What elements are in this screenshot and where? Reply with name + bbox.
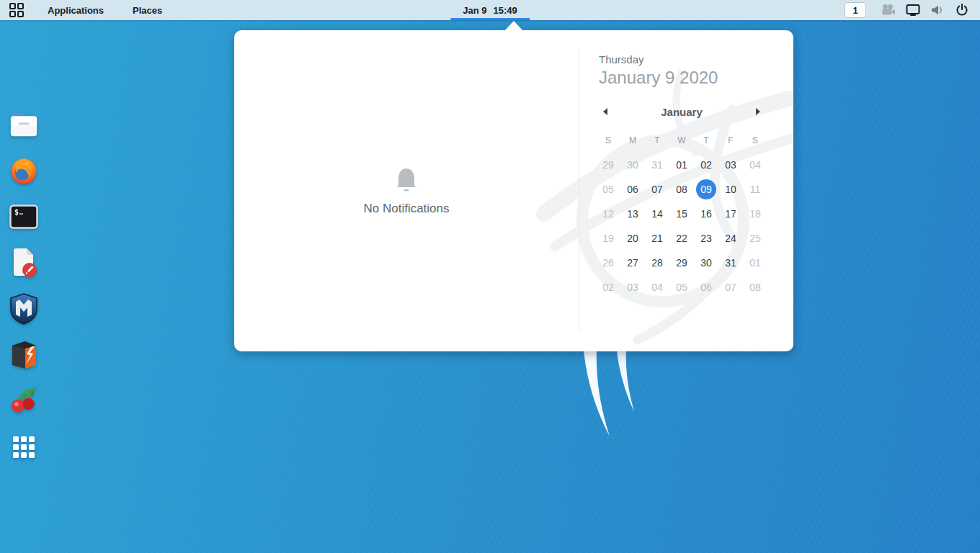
kali-dragon-watermark <box>553 350 676 451</box>
calendar-day[interactable]: 31 <box>645 153 669 177</box>
calendar-dow-header: S <box>596 128 620 153</box>
text-editor-icon <box>9 248 38 278</box>
calendar-day[interactable]: 04 <box>743 153 767 177</box>
calendar-day[interactable]: 13 <box>620 202 645 226</box>
camera-icon[interactable] <box>879 1 898 19</box>
calendar-notifications-popup: No Notifications Thursday January 9 2020… <box>234 30 793 351</box>
svg-text:$: $ <box>14 208 19 216</box>
calendar-month-label: January <box>661 106 703 118</box>
dock-item-metasploit[interactable] <box>9 295 38 323</box>
dock-item-terminal[interactable]: $ <box>9 202 38 231</box>
clock-active-underline <box>450 18 530 20</box>
dock-item-firefox[interactable] <box>9 156 38 185</box>
calendar-grid: SMTWTFS293031010203040506070809101112131… <box>596 128 767 300</box>
calendar-dow-header: T <box>694 128 718 153</box>
menu-places-label: Places <box>133 5 162 16</box>
calendar-day[interactable]: 08 <box>669 177 694 202</box>
calendar-day[interactable]: 02 <box>596 275 620 300</box>
calendar-day[interactable]: 26 <box>596 251 620 275</box>
calendar-weekday-label: Thursday <box>599 53 793 66</box>
dock-item-cherrytree[interactable] <box>9 387 38 415</box>
calendar-day[interactable]: 05 <box>669 275 694 300</box>
calendar-day[interactable]: 19 <box>596 226 620 251</box>
desktop-wallpaper: Applications Places Jan 9 15:49 1 <box>0 0 980 553</box>
clock-time: 15:49 <box>494 5 517 16</box>
grid-2x2-icon[interactable] <box>0 0 33 20</box>
calendar-month-nav: January <box>596 104 767 120</box>
calendar-day[interactable]: 07 <box>718 275 743 300</box>
top-bar: Applications Places Jan 9 15:49 1 <box>0 0 980 20</box>
calendar-day[interactable]: 29 <box>669 251 694 275</box>
calendar-day[interactable]: 11 <box>743 177 767 202</box>
calendar-day[interactable]: 27 <box>620 251 645 275</box>
dock-item-text-editor[interactable] <box>9 248 38 277</box>
calendar-day[interactable]: 01 <box>743 251 767 275</box>
favorites-dock: $ <box>9 110 38 462</box>
calendar-date-label: January 9 2020 <box>599 68 793 88</box>
menu-applications-label: Applications <box>48 5 104 16</box>
menu-places[interactable]: Places <box>118 0 177 20</box>
display-icon[interactable] <box>904 1 922 19</box>
chevron-right-icon[interactable] <box>749 104 767 120</box>
calendar-day[interactable]: 16 <box>694 202 718 226</box>
files-icon <box>9 110 38 139</box>
calendar-dow-header: M <box>620 128 645 153</box>
calendar-day[interactable]: 07 <box>645 177 669 202</box>
calendar-day[interactable]: 24 <box>718 226 743 251</box>
calendar-day[interactable]: 18 <box>743 202 767 226</box>
no-notifications-label: No Notifications <box>363 202 449 216</box>
dock-item-burpsuite[interactable] <box>9 341 38 369</box>
calendar-day[interactable]: 01 <box>669 153 694 177</box>
calendar-day[interactable]: 03 <box>718 153 743 177</box>
calendar-day[interactable]: 29 <box>596 153 620 177</box>
calendar-day[interactable]: 30 <box>620 153 645 177</box>
calendar-day[interactable]: 12 <box>596 202 620 226</box>
metasploit-icon <box>9 293 38 325</box>
notifications-pane: No Notifications <box>234 30 579 351</box>
calendar-day[interactable]: 22 <box>669 226 694 251</box>
calendar-day[interactable]: 15 <box>669 202 694 226</box>
workspace-indicator[interactable]: 1 <box>845 2 866 18</box>
power-icon[interactable] <box>953 1 971 19</box>
bell-icon <box>392 166 421 194</box>
firefox-icon <box>9 156 38 186</box>
calendar-day[interactable]: 25 <box>743 226 767 251</box>
calendar-dow-header: W <box>669 128 694 153</box>
calendar-day-selected[interactable]: 09 <box>694 177 718 202</box>
calendar-day[interactable]: 31 <box>718 251 743 275</box>
calendar-dow-header: S <box>743 128 767 153</box>
calendar-day[interactable]: 05 <box>596 177 620 202</box>
calendar-day[interactable]: 10 <box>718 177 743 202</box>
calendar-day[interactable]: 17 <box>718 202 743 226</box>
popup-pointer-arrow <box>505 21 522 30</box>
calendar-day[interactable]: 14 <box>645 202 669 226</box>
calendar-day[interactable]: 21 <box>645 226 669 251</box>
menu-applications[interactable]: Applications <box>33 0 118 20</box>
dock-item-app-grid[interactable] <box>9 433 38 462</box>
calendar-day[interactable]: 03 <box>620 275 645 300</box>
calendar-pane: Thursday January 9 2020 January SMTWTFS2… <box>579 30 793 351</box>
calendar-day[interactable]: 30 <box>694 251 718 275</box>
calendar-day[interactable]: 06 <box>620 177 645 202</box>
burpsuite-icon <box>9 340 38 370</box>
app-grid-icon <box>12 435 36 459</box>
clock-button[interactable]: Jan 9 15:49 <box>450 0 530 20</box>
calendar-day[interactable]: 20 <box>620 226 645 251</box>
calendar-day[interactable]: 28 <box>645 251 669 275</box>
calendar-dow-header: T <box>645 128 669 153</box>
calendar-day[interactable]: 08 <box>743 275 767 300</box>
calendar-dow-header: F <box>718 128 743 153</box>
cherrytree-icon <box>9 386 38 416</box>
clock-date: Jan 9 <box>463 5 486 16</box>
volume-icon[interactable] <box>928 1 947 19</box>
calendar-day[interactable]: 06 <box>694 275 718 300</box>
calendar-day[interactable]: 04 <box>645 275 669 300</box>
chevron-left-icon[interactable] <box>596 104 615 120</box>
dock-item-files[interactable] <box>9 110 38 139</box>
terminal-icon: $ <box>9 204 38 229</box>
calendar-day[interactable]: 23 <box>694 226 718 251</box>
calendar-day[interactable]: 02 <box>694 153 718 177</box>
